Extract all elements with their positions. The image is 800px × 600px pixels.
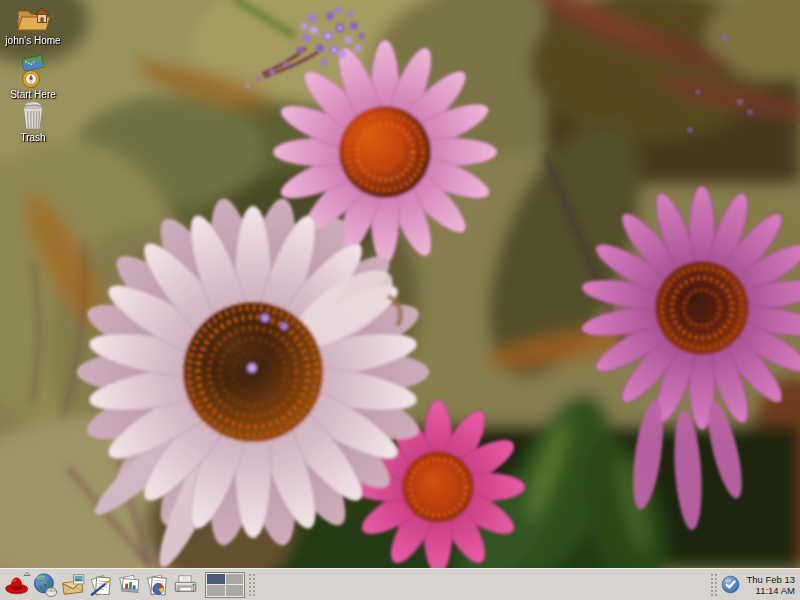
presentation-button[interactable] bbox=[115, 571, 143, 599]
workspace-1[interactable] bbox=[207, 574, 225, 585]
workspace-4[interactable] bbox=[226, 585, 244, 596]
desktop-icon-start-here[interactable]: Start Here bbox=[0, 55, 66, 100]
globe-mouse-icon bbox=[32, 572, 58, 598]
clock-time: 11:14 AM bbox=[746, 585, 795, 596]
workspace-3[interactable] bbox=[207, 585, 225, 596]
desktop-icon-label: Trash bbox=[20, 132, 45, 143]
bottom-panel: Thu Feb 13 11:14 AM bbox=[0, 568, 800, 600]
desktop-screen: john's Home Start Here Trash bbox=[0, 0, 800, 600]
workspace-2[interactable] bbox=[226, 574, 244, 585]
main-menu-button[interactable] bbox=[3, 571, 31, 599]
panel-clock[interactable]: Thu Feb 13 11:14 AM bbox=[746, 574, 797, 596]
clock-date: Thu Feb 13 bbox=[746, 574, 795, 585]
trash-icon bbox=[18, 98, 48, 131]
home-folder-icon bbox=[15, 4, 51, 34]
envelope-photo-icon bbox=[60, 572, 86, 598]
documents-pen-icon bbox=[88, 572, 114, 598]
web-browser-button[interactable] bbox=[31, 571, 59, 599]
redhat-network-update-icon bbox=[721, 575, 740, 594]
slide-barchart-icon bbox=[116, 572, 142, 598]
update-notifier[interactable] bbox=[720, 575, 740, 595]
email-button[interactable] bbox=[59, 571, 87, 599]
wallpaper-image bbox=[0, 0, 800, 568]
print-manager-button[interactable] bbox=[171, 571, 199, 599]
desktop-icon-label: john's Home bbox=[5, 35, 60, 46]
spreadsheet-button[interactable] bbox=[143, 571, 171, 599]
start-here-icon bbox=[18, 55, 48, 88]
desktop-icon-trash[interactable]: Trash bbox=[0, 98, 66, 143]
desktop-icon-home[interactable]: john's Home bbox=[0, 4, 66, 46]
menu-arrow-icon bbox=[24, 572, 30, 575]
notification-area-handle[interactable] bbox=[710, 573, 717, 597]
word-processor-button[interactable] bbox=[87, 571, 115, 599]
red-hat-menu-icon bbox=[3, 571, 31, 599]
printer-icon bbox=[172, 572, 198, 598]
paper-piechart-icon bbox=[144, 572, 170, 598]
workspace-switcher[interactable] bbox=[205, 572, 245, 598]
panel-drag-handle[interactable] bbox=[248, 573, 255, 597]
